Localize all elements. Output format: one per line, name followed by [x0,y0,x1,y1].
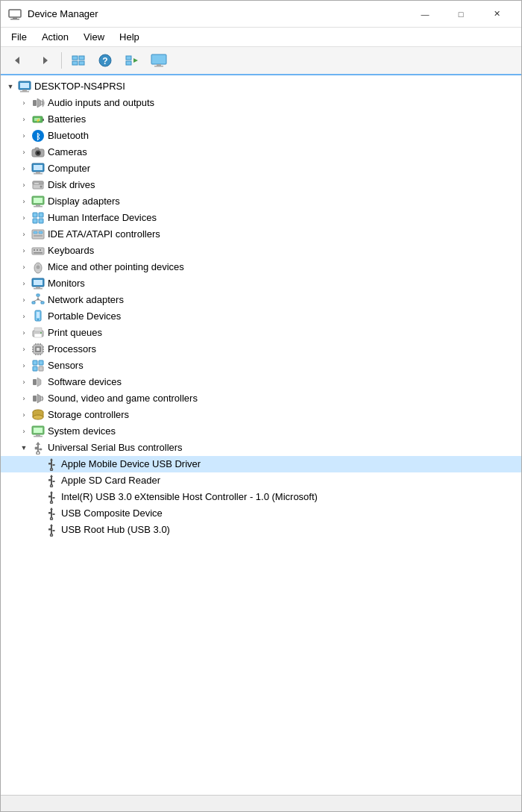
expand-disk[interactable]: › [17,177,31,193]
svg-rect-11 [126,56,131,60]
tree-node-storage[interactable]: › Storage controllers [1,407,521,423]
disk-label: Disk drives [48,177,95,193]
tree-node-system[interactable]: › System devices [1,423,521,440]
expand-sound[interactable]: › [17,390,31,407]
svg-rect-123 [53,481,55,482]
tree-node-usb-composite[interactable]: › USB Composite Device [1,505,521,522]
svg-rect-21 [33,100,37,106]
expand-cameras[interactable]: › [17,144,31,160]
svg-rect-52 [32,248,44,254]
expand-audio[interactable]: › [17,95,31,111]
tree-node-usb[interactable]: ▼ Universal Serial Bus controllers [1,440,521,456]
tree-node-bluetooth[interactable]: › ᛒ Bluetooth [1,128,521,144]
sound-icon [31,391,45,406]
display-icon [31,194,45,209]
svg-rect-66 [32,302,35,304]
expand-network[interactable]: › [17,292,31,308]
usb-label: Universal Serial Bus controllers [48,440,183,456]
forward-button[interactable] [32,49,57,72]
menu-view[interactable]: View [78,30,110,44]
tree-node-hid[interactable]: › Human Interface Devices [1,210,521,226]
tree-node-display[interactable]: › Display adapters [1,193,521,210]
svg-rect-47 [39,219,43,223]
expand-ide[interactable]: › [17,226,31,243]
back-button[interactable] [5,49,31,72]
audio-label: Audio inputs and outputs [48,95,154,111]
svg-rect-23 [43,119,44,121]
svg-rect-97 [39,366,43,371]
expand-system[interactable]: › [17,423,31,440]
tree-node-ide[interactable]: › IDE ATA/ATAPI controllers [1,226,521,243]
expand-bluetooth[interactable]: › [17,128,31,144]
svg-rect-2 [10,19,19,20]
tree-node-software[interactable]: › Software devices [1,374,521,390]
software-icon [31,375,45,390]
monitor-icon [151,53,167,68]
tree-node-root[interactable]: ▼ DESKTOP-NS4PRSI [1,78,521,95]
expand-batteries[interactable]: › [17,111,31,128]
expand-monitors[interactable]: › [17,275,31,292]
tree-node-sound[interactable]: › Sound, video and game controllers [1,390,521,407]
tree-node-audio[interactable]: › Audio inputs and outputs [1,95,521,111]
expand-display[interactable]: › [17,193,31,210]
tree-node-keyboards[interactable]: › Keyboards [1,243,521,259]
expand-usb[interactable]: ▼ [17,440,31,456]
expand-processors[interactable]: › [17,341,31,357]
tree-node-monitors[interactable]: › Monitors [1,275,521,292]
svg-text:⚡: ⚡ [36,118,41,123]
tree-node-apple-sd[interactable]: › Apple SD Card Reader [1,472,521,489]
svg-rect-67 [41,302,44,304]
system-label: System devices [48,423,116,440]
processors-label: Processors [48,341,96,357]
expand-portable[interactable]: › [17,308,31,325]
svg-point-60 [37,266,40,269]
tree-node-print[interactable]: › Print queues [1,325,521,341]
svg-rect-1 [13,17,17,19]
tree-node-disk[interactable]: › Disk drives [1,177,521,193]
svg-rect-6 [79,56,84,60]
device-manager-window: Device Manager — □ ✕ File Action View He… [0,0,522,812]
menu-bar: File Action View Help [1,28,521,47]
svg-marker-115 [50,458,53,460]
svg-rect-63 [36,287,40,288]
tree-view[interactable]: ▼ DESKTOP-NS4PRSI › [1,75,521,795]
expand-print[interactable]: › [17,325,31,341]
tree-node-portable[interactable]: › Portable Devices [1,308,521,325]
monitor-button[interactable] [146,49,172,72]
expand-software[interactable]: › [17,374,31,390]
sound-label: Sound, video and game controllers [48,390,198,407]
toolbar: ? [1,47,521,75]
processors-icon [31,342,45,357]
tree-node-intel-usb[interactable]: › Intel(R) USB 3.0 eXtensible Host Contr… [1,489,521,505]
menu-action[interactable]: Action [36,30,75,44]
tree-node-sensors[interactable]: › Sensors [1,357,521,374]
tree-node-usb-root-hub[interactable]: › USB Root Hub (USB 3.0) [1,522,521,538]
update-driver-button[interactable] [119,49,145,72]
svg-rect-33 [34,165,43,170]
tree-node-cameras[interactable]: › Cameras [1,144,521,160]
tree-node-processors[interactable]: › [1,341,521,357]
maximize-button[interactable]: □ [444,4,478,25]
expand-keyboards[interactable]: › [17,243,31,259]
minimize-button[interactable]: — [408,4,442,25]
svg-point-102 [33,415,43,419]
tree-node-network[interactable]: › Network adapters [1,292,521,308]
expand-sensors[interactable]: › [17,357,31,374]
menu-help[interactable]: Help [113,30,145,44]
close-button[interactable]: ✕ [479,4,514,25]
properties-button[interactable]: ? [92,49,118,72]
svg-rect-141 [53,530,55,531]
tree-node-computer[interactable]: › Computer [1,160,521,177]
tree-node-mice[interactable]: › Mice and other pointing devices [1,259,521,275]
expand-hid[interactable]: › [17,210,31,226]
tree-node-apple-mobile[interactable]: › Apple Mobile Device USB Driver [1,456,521,472]
tree-node-batteries[interactable]: › ⚡ Batteries [1,111,521,128]
show-hidden-button[interactable] [66,49,91,72]
expand-root[interactable]: ▼ [4,78,17,95]
expand-computer[interactable]: › [17,160,31,177]
menu-file[interactable]: File [5,30,33,44]
svg-rect-108 [34,436,43,437]
svg-marker-3 [15,57,19,64]
expand-storage[interactable]: › [17,407,31,423]
expand-mice[interactable]: › [17,259,31,275]
